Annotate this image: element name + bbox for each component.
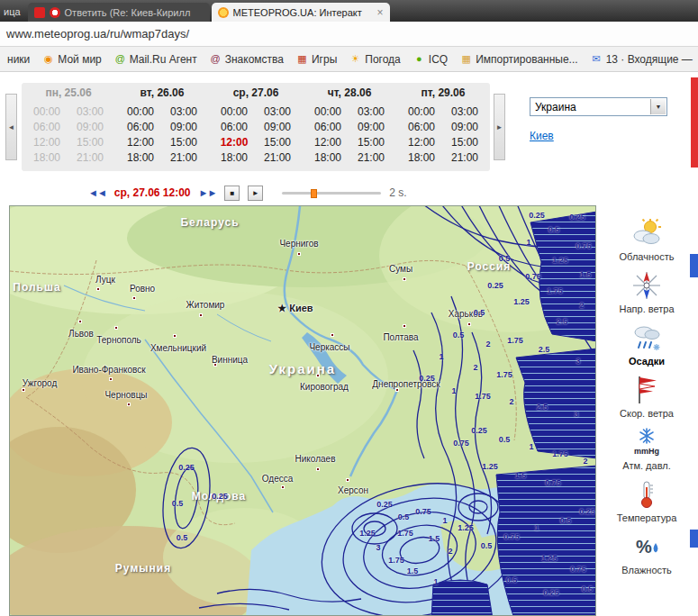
- time-cell[interactable]: 09:00: [447, 120, 483, 135]
- time-cell[interactable]: 18:00: [122, 150, 159, 166]
- contour-label: 1: [534, 523, 539, 532]
- tab-close-icon[interactable]: ×: [377, 6, 384, 19]
- contour-label: 0.25: [569, 213, 585, 222]
- bookmark-item[interactable]: ✉13 · Входящие —: [585, 51, 698, 68]
- time-row: 06:0009:00: [115, 120, 209, 135]
- time-cell[interactable]: 21:00: [166, 150, 202, 166]
- play-button[interactable]: ►: [248, 186, 263, 201]
- time-cell[interactable]: 03:00: [353, 104, 389, 120]
- partial-tab[interactable]: ица: [2, 6, 26, 22]
- layer-label: Влажность: [621, 565, 672, 575]
- tab-title: Ответить (Re: Киев-Кирилл: [65, 7, 191, 18]
- time-cell[interactable]: 03:00: [447, 104, 483, 120]
- time-row: 18:0021:00: [303, 150, 396, 166]
- layer-humidity[interactable]: %Влажность: [621, 531, 672, 575]
- contour-label: 1: [526, 238, 530, 247]
- scrollbar-thumb[interactable]: [690, 530, 698, 548]
- layer-wind-direction[interactable]: Напр. ветра: [620, 270, 675, 314]
- bookmark-label: Мой мир: [58, 53, 101, 66]
- day-header[interactable]: пн, 25.06: [22, 86, 115, 99]
- time-cell[interactable]: 21:00: [259, 150, 295, 166]
- next-step-button[interactable]: ►►: [199, 187, 217, 198]
- time-cell[interactable]: 09:00: [166, 120, 202, 135]
- city-label: Ровно: [130, 284, 155, 294]
- time-cell[interactable]: 00:00: [122, 104, 159, 120]
- city-dot: [132, 296, 136, 300]
- time-cell[interactable]: 03:00: [259, 104, 295, 120]
- time-cell[interactable]: 15:00: [72, 135, 108, 150]
- time-cell[interactable]: 00:00: [216, 104, 252, 120]
- time-cell[interactable]: 18:00: [29, 150, 65, 166]
- time-cell[interactable]: 06:00: [122, 120, 159, 135]
- contour-label: 1.25: [359, 529, 376, 538]
- layer-precipitation[interactable]: Осадки: [629, 322, 665, 367]
- bookmark-item[interactable]: @Mail.Ru Агент: [109, 51, 203, 68]
- time-cell[interactable]: 18:00: [216, 150, 252, 166]
- time-cell[interactable]: 12:00: [310, 135, 346, 150]
- bookmark-item[interactable]: ▦Импортированные...: [455, 51, 583, 68]
- main-content: БеларусьРоссияПольшаУкраинаМолдоваРумыни…: [0, 205, 698, 616]
- time-cell[interactable]: 15:00: [353, 135, 389, 150]
- contour-label: 0.25: [579, 507, 595, 516]
- time-cell[interactable]: 21:00: [353, 150, 389, 166]
- time-cell[interactable]: 03:00: [72, 104, 108, 120]
- city-label: Сумы: [389, 264, 412, 274]
- time-cell[interactable]: 12:00: [403, 135, 440, 150]
- bookmark-item[interactable]: ☀Погода: [344, 51, 406, 68]
- layer-wind-speed-flag[interactable]: Скор. ветра: [620, 375, 674, 419]
- time-cell[interactable]: 00:00: [403, 104, 440, 120]
- time-cell[interactable]: 21:00: [447, 150, 483, 166]
- stop-button[interactable]: ■: [224, 186, 240, 201]
- time-cell[interactable]: 15:00: [259, 135, 295, 150]
- city-label: Кировоград: [300, 382, 349, 392]
- time-cell[interactable]: 15:00: [166, 135, 202, 150]
- time-cell[interactable]: 09:00: [353, 120, 389, 135]
- layer-cloud-sun[interactable]: Облачность: [620, 218, 675, 262]
- day-header[interactable]: ср, 27.06: [209, 86, 303, 99]
- time-cell[interactable]: 00:00: [29, 104, 65, 120]
- city-link[interactable]: Киев: [530, 130, 554, 142]
- bookmark-item[interactable]: ◉Мой мир: [37, 51, 106, 68]
- url-text[interactable]: www.meteoprog.ua/ru/wmap7days/: [6, 27, 189, 41]
- day-header[interactable]: чт, 28.06: [303, 86, 396, 99]
- time-cell[interactable]: 00:00: [310, 104, 346, 120]
- layer-pressure[interactable]: mmHgАтм. давл.: [622, 427, 670, 471]
- region-select[interactable]: Украина ▼: [530, 97, 667, 116]
- prev-step-button[interactable]: ◄◄: [88, 187, 106, 198]
- layer-thermometer[interactable]: Температура: [617, 479, 677, 523]
- time-cell[interactable]: 03:00: [166, 104, 202, 120]
- city-dot: [127, 403, 131, 406]
- time-cell[interactable]: 06:00: [29, 120, 65, 135]
- timebar-scroll-left-icon[interactable]: ◄: [5, 94, 17, 160]
- day-header[interactable]: вт, 26.06: [115, 86, 209, 99]
- dropdown-arrow-icon[interactable]: ▼: [650, 99, 666, 114]
- tab-mail-reply[interactable]: Ответить (Re: Киев-Кирилл: [28, 3, 210, 22]
- bookmark-item[interactable]: ●ICQ: [408, 51, 453, 68]
- time-cell[interactable]: 12:00: [216, 135, 252, 150]
- timebar-scroll-right-icon[interactable]: ►: [494, 94, 505, 160]
- time-cell[interactable]: 12:00: [122, 135, 159, 150]
- scrollbar-thumb[interactable]: [690, 254, 698, 277]
- layer-label: Атм. давл.: [622, 460, 670, 471]
- time-cell[interactable]: 09:00: [72, 120, 108, 135]
- bookmark-item[interactable]: ники: [2, 51, 35, 68]
- layer-label: Напр. ветра: [620, 303, 675, 314]
- time-cell[interactable]: 06:00: [216, 120, 252, 135]
- time-cell[interactable]: 18:00: [310, 150, 346, 166]
- address-bar[interactable]: www.meteoprog.ua/ru/wmap7days/: [0, 22, 698, 47]
- time-cell[interactable]: 06:00: [310, 120, 346, 135]
- slider-handle[interactable]: [311, 189, 317, 198]
- bookmark-item[interactable]: ▦Игры: [291, 51, 342, 68]
- time-cell[interactable]: 21:00: [72, 150, 108, 166]
- time-cell[interactable]: 15:00: [447, 135, 483, 150]
- time-cell[interactable]: 18:00: [403, 150, 440, 166]
- contour-label: 1: [439, 352, 443, 361]
- bookmark-item[interactable]: @Знакомства: [204, 51, 289, 68]
- time-cell[interactable]: 12:00: [29, 135, 65, 150]
- time-cell[interactable]: 06:00: [403, 120, 440, 135]
- contour-label: 1.75: [496, 370, 512, 379]
- tab-meteoprog[interactable]: METEOPROG.UA: Интеракт ×: [212, 3, 390, 22]
- weather-map[interactable]: БеларусьРоссияПольшаУкраинаМолдоваРумыни…: [9, 205, 596, 616]
- time-cell[interactable]: 09:00: [259, 120, 295, 135]
- day-header[interactable]: пт, 29.06: [396, 86, 490, 99]
